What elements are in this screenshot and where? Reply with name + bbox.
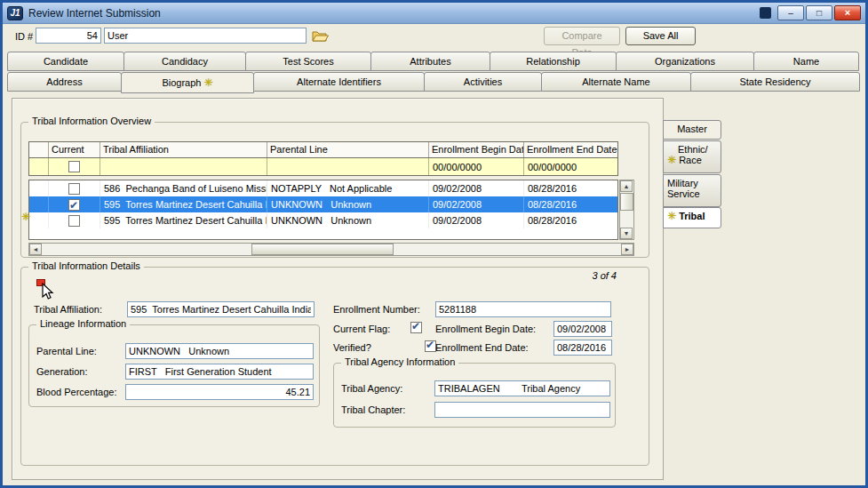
cell-affiliation: 595 Torres Martinez Desert Cahuilla In (100, 212, 267, 228)
tab-relationship[interactable]: Relationship (490, 52, 617, 71)
current-checkbox[interactable] (68, 199, 80, 211)
blood-percentage-input[interactable] (125, 384, 314, 400)
table-row-selected[interactable]: 595 Torres Martinez Desert Cahuilla In U… (29, 196, 617, 212)
tab-row-1: Candidate Candidacy Test Scores Attribut… (7, 52, 858, 71)
current-checkbox[interactable] (68, 183, 80, 195)
filter-affiliation-cell[interactable] (100, 158, 267, 175)
side-tab-label: Military (667, 178, 717, 188)
group-title: Tribal Agency Information (341, 356, 458, 367)
side-tab-master[interactable]: Master (663, 120, 721, 140)
tribal-chapter-label: Tribal Chapter: (341, 404, 405, 415)
cell-begin-date: 09/02/2008 (429, 196, 524, 212)
column-header-enrollment-end-date[interactable]: Enrollment End Date (524, 142, 617, 157)
cell-end-date: 08/28/2016 (524, 212, 617, 228)
side-tab-label: Service (667, 188, 717, 199)
user-input[interactable] (104, 28, 307, 44)
enrollment-end-date-input[interactable] (553, 340, 612, 356)
tab-organizations[interactable]: Organizations (616, 52, 754, 71)
table-row[interactable]: 595 Torres Martinez Desert Cahuilla In U… (29, 212, 617, 228)
vertical-scroll-thumb[interactable] (620, 193, 633, 211)
column-header-tribal-affiliation[interactable]: Tribal Affiliation (100, 142, 267, 157)
changed-indicator-icon: ✳ (203, 77, 212, 88)
tribal-agency-input[interactable] (434, 380, 610, 396)
filter-indicator-cell (29, 158, 49, 175)
generation-input[interactable] (125, 364, 314, 380)
tab-label: Relationship (526, 56, 580, 67)
tab-row-2: Address Biograph ✳ Alternate Identifiers… (7, 72, 859, 93)
changed-indicator-icon: ✳ (21, 212, 30, 222)
side-tab-ethnic-race[interactable]: Ethnic/ ✳ Race (663, 140, 721, 173)
table-row[interactable]: 586 Pechanga Band of Luiseno Missio NOTA… (29, 180, 617, 196)
parental-line-label: Parental Line: (36, 346, 97, 356)
lineage-information-group: Lineage Information Parental Line: Gener… (28, 324, 320, 407)
filter-end-date-cell[interactable]: 00/00/0000 (524, 158, 617, 175)
tab-label: Biograph (162, 77, 201, 88)
overview-table-body: 586 Pechanga Band of Luiseno Missio NOTA… (28, 180, 618, 240)
parental-line-input[interactable] (125, 343, 314, 359)
open-folder-icon[interactable] (312, 29, 329, 43)
current-flag-label: Current Flag: (333, 324, 390, 334)
scroll-up-icon[interactable]: ▲ (620, 180, 633, 192)
cell-affiliation: 586 Pechanga Band of Luiseno Missio (100, 180, 267, 196)
tab-label: Test Scores (283, 56, 333, 67)
tab-alternate-identifiers[interactable]: Alternate Identifiers (253, 72, 425, 92)
horizontal-scroll-thumb[interactable] (251, 244, 394, 255)
tab-attributes[interactable]: Attributes (370, 52, 490, 71)
title-bar[interactable]: J1 Review Internet Submission – □ × (3, 3, 865, 24)
tribal-information-details-group: Tribal Information Details 3 of 4 Tribal… (20, 267, 649, 466)
current-checkbox[interactable] (68, 161, 80, 172)
row-indicator-column-header (29, 142, 49, 157)
record-position: 3 of 4 (592, 270, 617, 281)
side-tab-military-service[interactable]: Military Service (663, 174, 721, 207)
generation-label: Generation: (36, 366, 87, 377)
column-header-enrollment-begin-date[interactable]: Enrollment Begin Date (429, 142, 524, 157)
cell-affiliation: 595 Torres Martinez Desert Cahuilla In (100, 196, 267, 212)
save-all-button[interactable]: Save All (625, 27, 696, 45)
cell-parental: UNKNOWN Unknown (267, 196, 429, 212)
group-title: Tribal Information Details (28, 260, 144, 271)
scroll-down-icon[interactable]: ▼ (620, 228, 633, 239)
tab-candidate[interactable]: Candidate (7, 52, 124, 71)
tab-biograph[interactable]: Biograph ✳ (121, 72, 254, 93)
filter-parental-cell[interactable] (267, 158, 429, 175)
vertical-scrollbar[interactable]: ▲ ▼ (619, 180, 634, 240)
tab-state-residency[interactable]: State Residency (690, 72, 860, 92)
horizontal-scrollbar[interactable]: ◄ ► (28, 243, 634, 256)
scroll-right-icon[interactable]: ► (621, 244, 633, 255)
tab-address[interactable]: Address (7, 72, 122, 92)
side-tab-tribal[interactable]: ✳ Tribal (663, 207, 721, 228)
current-checkbox[interactable] (68, 215, 80, 227)
enrollment-number-label: Enrollment Number: (333, 304, 420, 315)
tribal-chapter-input[interactable] (434, 402, 610, 418)
scroll-left-icon[interactable]: ◄ (29, 244, 42, 255)
compare-data-button[interactable]: Compare Data (544, 27, 620, 45)
cell-end-date: 08/28/2016 (524, 180, 617, 196)
id-label: ID # (15, 31, 33, 42)
tab-test-scores[interactable]: Test Scores (245, 52, 371, 71)
tab-name[interactable]: Name (753, 52, 859, 71)
minimize-button[interactable]: – (777, 5, 804, 20)
close-button[interactable]: × (834, 5, 861, 20)
tab-activities[interactable]: Activities (424, 72, 542, 92)
review-internet-submission-window: J1 Review Internet Submission – □ × ID #… (0, 0, 868, 488)
column-header-current[interactable]: Current (49, 142, 100, 157)
mouse-cursor-icon (41, 283, 55, 300)
blood-percentage-label: Blood Percentage: (36, 387, 117, 397)
column-header-parental-line[interactable]: Parental Line (267, 142, 429, 157)
enrollment-number-input[interactable] (435, 301, 611, 317)
maximize-button[interactable]: □ (806, 5, 832, 20)
id-input[interactable] (36, 28, 101, 44)
tribal-affiliation-input[interactable] (127, 301, 315, 317)
enrollment-begin-date-input[interactable] (553, 321, 612, 337)
filter-row[interactable]: 00/00/0000 00/00/0000 (29, 158, 617, 175)
current-flag-checkbox[interactable] (410, 322, 422, 333)
tribal-agency-information-group: Tribal Agency Information Tribal Agency:… (333, 363, 616, 428)
cell-parental: NOTAPPLY Not Applicable (267, 180, 429, 196)
tab-label: Alternate Identifiers (297, 76, 381, 87)
tab-alternate-name[interactable]: Alternate Name (541, 72, 691, 92)
side-tab-label: Tribal (679, 211, 705, 221)
tab-candidacy[interactable]: Candidacy (123, 52, 246, 71)
filter-begin-date-cell[interactable]: 00/00/0000 (429, 158, 524, 175)
tribal-agency-label: Tribal Agency: (341, 383, 402, 394)
enrollment-end-date-label: Enrollment End Date: (435, 342, 529, 353)
